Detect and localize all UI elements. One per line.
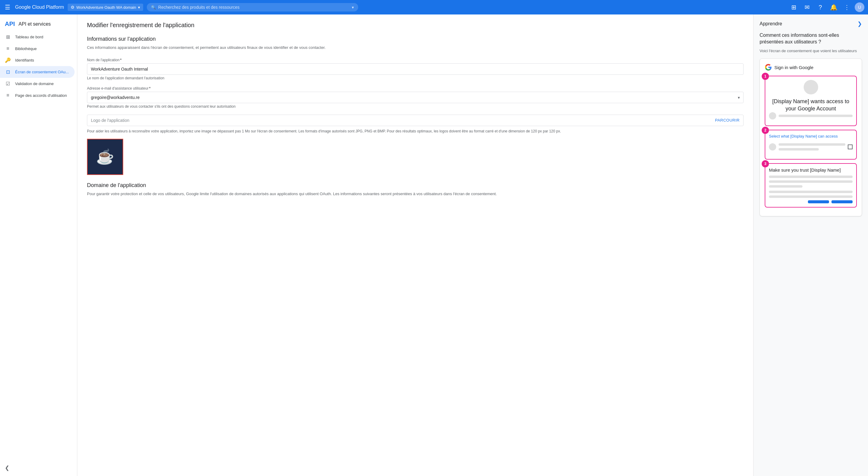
- expand-icon[interactable]: ❯: [858, 21, 862, 27]
- access-lines: [779, 141, 845, 153]
- validation-icon: ☑: [5, 81, 11, 87]
- top-header: ☰ Google Cloud Platform ⚙ WorkAdventure …: [0, 0, 868, 14]
- logo-field: Logo de l'application PARCOURIR Pour aid…: [87, 115, 744, 175]
- select-access-text: Select what [Display Name] can access: [769, 134, 852, 138]
- avatar[interactable]: U: [855, 2, 864, 12]
- sign-in-text: Sign in with Google: [774, 65, 813, 70]
- email-select-wrapper: gregoire@workadventu.re ▾: [87, 92, 744, 103]
- sidebar-label-accords: Page des accords d'utilisation: [15, 93, 67, 98]
- logo-preview-icon: ☕: [96, 148, 114, 165]
- wants-access-text: [Display Name] wants access to your Goog…: [769, 98, 852, 112]
- consent-preview: Sign in with Google 1 [Display Name] wan…: [760, 59, 862, 216]
- logo-upload-area: Logo de l'application PARCOURIR: [87, 115, 744, 126]
- trust-line-5: [769, 196, 852, 198]
- consent-signin-header: Sign in with Google: [765, 64, 857, 71]
- help-icon[interactable]: ?: [815, 2, 826, 13]
- access-line-1: [779, 143, 845, 146]
- sidebar-header: API API et services: [0, 17, 77, 31]
- sidebar-title: API et services: [19, 22, 51, 27]
- apps-icon[interactable]: ⊞: [788, 2, 799, 13]
- consent-lines: [779, 112, 852, 120]
- app-name-label: Nom de l'application *: [87, 58, 744, 62]
- accords-icon: ≡: [5, 93, 11, 98]
- api-icon: API: [5, 21, 15, 28]
- sidebar-label-tableau: Tableau de bord: [15, 35, 43, 39]
- app-name-hint: Le nom de l'application demandant l'auto…: [87, 76, 744, 80]
- email-field: Adresse e-mail d'assistance utilisateur …: [87, 86, 744, 109]
- sidebar-item-identifiants[interactable]: 🔑 Identifiants: [0, 54, 74, 66]
- sidebar-item-tableau-de-bord[interactable]: ⊞ Tableau de bord: [0, 31, 74, 43]
- header-icons: ⊞ ✉ ? 🔔 ⋮ U: [788, 2, 864, 13]
- consent-access-row: [769, 141, 852, 153]
- step-1-badge: 1: [762, 73, 769, 80]
- domain-title: Domaine de l'application: [87, 182, 744, 189]
- app-name-field: Nom de l'application * Le nom de l'appli…: [87, 58, 744, 80]
- logo-preview: ☕: [87, 139, 123, 175]
- consent-info-row: [769, 112, 852, 120]
- search-expand-icon[interactable]: ▾: [352, 5, 354, 10]
- consent-button-2[interactable]: [832, 200, 852, 203]
- sidebar-label-validation: Validation de domaine: [15, 81, 54, 86]
- domain-desc: Pour garantir votre protection et celle …: [87, 191, 744, 197]
- learn-desc: Voici l'écran de consentement que voient…: [760, 48, 862, 54]
- trust-line-2: [769, 180, 852, 183]
- library-icon: ≡: [5, 46, 11, 51]
- logo-hint: Pour aider les utilisateurs à reconnaîtr…: [87, 129, 744, 134]
- access-checkbox[interactable]: [848, 144, 852, 149]
- google-logo: [765, 64, 772, 71]
- notifications-icon[interactable]: 🔔: [828, 2, 839, 13]
- search-icon: 🔍: [151, 5, 156, 10]
- sidebar-item-validation-domaine[interactable]: ☑ Validation de domaine: [0, 78, 74, 90]
- trust-line-3: [769, 185, 803, 188]
- consent-line-1: [779, 115, 852, 117]
- sidebar-label-bibliotheque: Bibliothèque: [15, 46, 37, 51]
- project-name: WorkAdventure Oauth WA domain: [76, 5, 136, 10]
- right-panel: Apprendre ❯ Comment ces informations son…: [753, 14, 868, 476]
- consent-step-3: 3 Make sure you trust [Display Name]: [765, 163, 857, 207]
- app-info-title: Informations sur l'application: [87, 36, 744, 42]
- logo-placeholder: Logo de l'application: [91, 118, 129, 123]
- sidebar-item-ecran-consentement[interactable]: ⊡ Écran de consentement OAu...: [0, 66, 74, 78]
- sidebar-collapse-button[interactable]: ❮: [5, 465, 9, 471]
- more-options-icon[interactable]: ⋮: [841, 2, 852, 13]
- email-label: Adresse e-mail d'assistance utilisateur …: [87, 86, 744, 91]
- email-select[interactable]: gregoire@workadventu.re: [87, 92, 744, 103]
- consent-step-2: 2 Select what [Display Name] can access: [765, 130, 857, 160]
- trust-text: Make sure you trust [Display Name]: [769, 167, 852, 173]
- main-content: Modifier l'enregistrement de l'applicati…: [77, 14, 753, 476]
- consent-action-buttons: [769, 200, 852, 203]
- search-bar: 🔍 ▾: [147, 3, 358, 11]
- app-info-desc: Ces informations apparaissent dans l'écr…: [87, 45, 744, 51]
- step-2-badge: 2: [762, 127, 769, 134]
- trust-line-4: [769, 191, 852, 193]
- access-avatar: [769, 143, 776, 150]
- sidebar-label-identifiants: Identifiants: [15, 58, 34, 62]
- app-name-input[interactable]: [87, 63, 744, 75]
- right-panel-header: Apprendre ❯: [760, 21, 862, 27]
- access-line-2: [779, 148, 819, 150]
- hamburger-menu-icon[interactable]: ☰: [4, 2, 11, 12]
- dashboard-icon: ⊞: [5, 34, 11, 40]
- consent-icon: ⊡: [5, 69, 11, 75]
- consent-button-1[interactable]: [808, 200, 829, 203]
- app-layout: API API et services ⊞ Tableau de bord ≡ …: [0, 14, 868, 476]
- browse-button[interactable]: PARCOURIR: [715, 118, 740, 123]
- page-title: Modifier l'enregistrement de l'applicati…: [87, 22, 744, 29]
- domain-section: Domaine de l'application Pour garantir v…: [87, 182, 744, 197]
- sidebar-label-ecran: Écran de consentement OAu...: [15, 70, 69, 74]
- consent-step-1: 1 [Display Name] wants access to your Go…: [765, 76, 857, 126]
- right-panel-title: Apprendre: [760, 21, 782, 27]
- search-input[interactable]: [158, 5, 349, 10]
- email-icon[interactable]: ✉: [802, 2, 812, 13]
- account-avatar-placeholder: [804, 80, 818, 94]
- credentials-icon: 🔑: [5, 57, 11, 63]
- project-selector[interactable]: ⚙ WorkAdventure Oauth WA domain ▾: [68, 4, 143, 11]
- sidebar: API API et services ⊞ Tableau de bord ≡ …: [0, 14, 77, 476]
- step-3-badge: 3: [762, 160, 769, 167]
- project-dropdown-icon: ▾: [138, 5, 140, 10]
- sidebar-item-page-accords[interactable]: ≡ Page des accords d'utilisation: [0, 90, 74, 101]
- user-small-avatar: [769, 112, 776, 120]
- project-icon: ⚙: [71, 5, 74, 10]
- app-logo: Google Cloud Platform: [15, 4, 64, 10]
- sidebar-item-bibliotheque[interactable]: ≡ Bibliothèque: [0, 43, 74, 54]
